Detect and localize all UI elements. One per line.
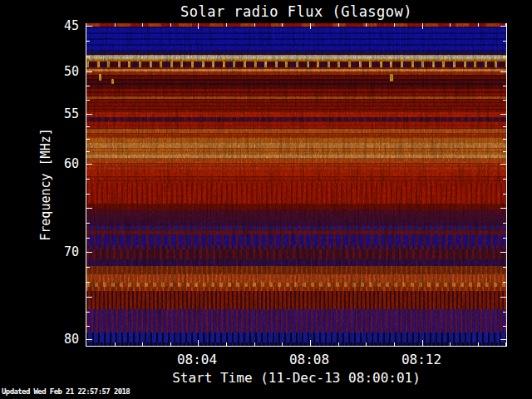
y-axis-tick xyxy=(86,208,92,209)
y-axis-tick-right xyxy=(500,71,506,72)
x-axis-tick xyxy=(394,342,395,346)
y-axis-tick-right xyxy=(503,326,506,327)
y-axis-tick xyxy=(86,151,90,152)
y-axis-tick xyxy=(86,267,90,268)
x-axis-tick xyxy=(142,342,143,346)
y-axis-tick xyxy=(86,179,90,180)
spectrogram-band xyxy=(86,87,506,96)
x-axis-tick-top xyxy=(226,23,227,27)
x-axis-tick xyxy=(310,340,311,346)
x-axis-tick xyxy=(366,342,367,346)
x-axis-tick xyxy=(450,342,451,346)
y-axis-tick-right xyxy=(500,208,506,209)
spectrogram-band xyxy=(86,148,506,155)
y-axis-tick xyxy=(86,252,92,253)
x-axis-tick xyxy=(338,342,339,346)
spectrogram-band xyxy=(86,274,506,283)
y-axis-tick-label: 70 xyxy=(4,244,79,259)
spectrogram-band xyxy=(86,62,506,67)
spectrogram-band xyxy=(86,266,506,274)
spectrogram-band xyxy=(86,27,506,51)
x-axis-tick-top xyxy=(422,23,423,29)
x-axis-tick-top xyxy=(282,23,283,27)
spectrogram-plot xyxy=(86,23,507,347)
y-axis-tick-right xyxy=(500,164,506,165)
x-axis-tick xyxy=(198,340,199,346)
spectrogram-band xyxy=(86,259,506,266)
spectrogram-band xyxy=(86,163,506,170)
update-timestamp: Updated Wed Feb 21 22:57:57 2018 xyxy=(2,387,130,396)
y-axis-tick-right xyxy=(503,139,506,140)
y-axis-tick-right xyxy=(503,126,506,127)
y-axis-tick xyxy=(86,139,90,140)
y-axis-tick-label: 80 xyxy=(4,332,79,347)
x-axis-tick xyxy=(254,342,255,346)
hot-pixel-spot xyxy=(111,79,114,84)
y-axis-tick xyxy=(86,194,90,195)
y-axis-tick-right xyxy=(500,26,506,27)
y-axis-tick-right xyxy=(503,194,506,195)
x-axis-title: Start Time (11-Dec-13 08:00:01) xyxy=(86,370,507,386)
y-axis-tick xyxy=(86,326,90,327)
spectrogram-screenshot: Solar radio Flux (Glasgow) Frequency [MH… xyxy=(0,0,532,399)
spectrogram-band xyxy=(86,332,506,342)
y-axis-tick xyxy=(86,282,90,283)
spectrogram-band xyxy=(86,170,506,176)
y-axis-tick-right xyxy=(503,179,506,180)
chart-title: Solar radio Flux (Glasgow) xyxy=(86,3,507,20)
x-axis-tick-top xyxy=(115,23,116,27)
spectrogram-band xyxy=(86,342,506,347)
y-axis-tick-right xyxy=(500,114,506,115)
spectrogram-band xyxy=(86,176,506,183)
spectrogram-band xyxy=(86,121,506,129)
y-axis-tick-label: 55 xyxy=(4,106,79,121)
x-axis-tick-label: 08:12 xyxy=(384,352,459,367)
x-axis-tick-top xyxy=(198,23,199,29)
x-axis-tick-top xyxy=(338,23,339,27)
y-axis-tick-right xyxy=(500,252,506,253)
y-axis-tick xyxy=(86,86,90,86)
y-axis-tick xyxy=(86,100,90,101)
x-axis-tick-top xyxy=(310,23,311,29)
y-axis-tick-label: 60 xyxy=(4,156,79,171)
y-axis-tick-right xyxy=(500,297,506,298)
y-axis-tick-label: 50 xyxy=(4,64,79,79)
x-axis-tick-top xyxy=(254,23,255,27)
x-axis-tick-labels: 08:0408:0808:12 xyxy=(86,352,507,367)
spectrogram-band xyxy=(86,183,506,204)
y-axis-tick-label: 45 xyxy=(4,18,79,33)
spectrogram-band xyxy=(86,291,506,309)
y-axis-tick xyxy=(86,114,92,115)
y-axis-tick-right xyxy=(503,267,506,268)
y-axis-tick-labels: 455055607080 xyxy=(0,23,82,347)
y-axis-tick xyxy=(86,126,90,127)
x-axis-tick-label: 08:08 xyxy=(272,352,347,367)
y-axis-tick xyxy=(86,223,90,224)
y-axis-tick xyxy=(86,26,92,27)
x-axis-tick-top xyxy=(394,23,395,27)
spectrogram-band xyxy=(86,204,506,209)
y-axis-tick-right xyxy=(503,100,506,101)
spectrogram-band xyxy=(86,209,506,226)
y-axis-tick-right xyxy=(500,339,506,340)
y-axis-tick xyxy=(86,238,90,239)
y-axis-tick xyxy=(86,164,92,165)
x-axis-tick xyxy=(478,342,479,346)
y-axis-tick-right xyxy=(503,57,506,57)
x-axis-tick xyxy=(282,342,283,346)
y-axis-tick-right xyxy=(503,282,506,283)
spectrogram-band xyxy=(86,79,506,87)
y-axis-tick-right xyxy=(503,86,506,86)
x-axis-tick-top xyxy=(142,23,143,27)
x-axis-tick-top xyxy=(366,23,367,27)
y-axis-tick xyxy=(86,41,90,42)
y-axis-tick-right xyxy=(503,41,506,42)
hot-pixel-spot xyxy=(390,74,393,81)
spectrogram-band xyxy=(86,309,506,332)
x-axis-tick xyxy=(226,342,227,346)
x-axis-tick-top xyxy=(450,23,451,27)
y-axis-tick xyxy=(86,71,92,72)
x-axis-tick xyxy=(115,342,116,346)
y-axis-tick-right xyxy=(503,312,506,313)
y-axis-tick xyxy=(86,297,92,298)
